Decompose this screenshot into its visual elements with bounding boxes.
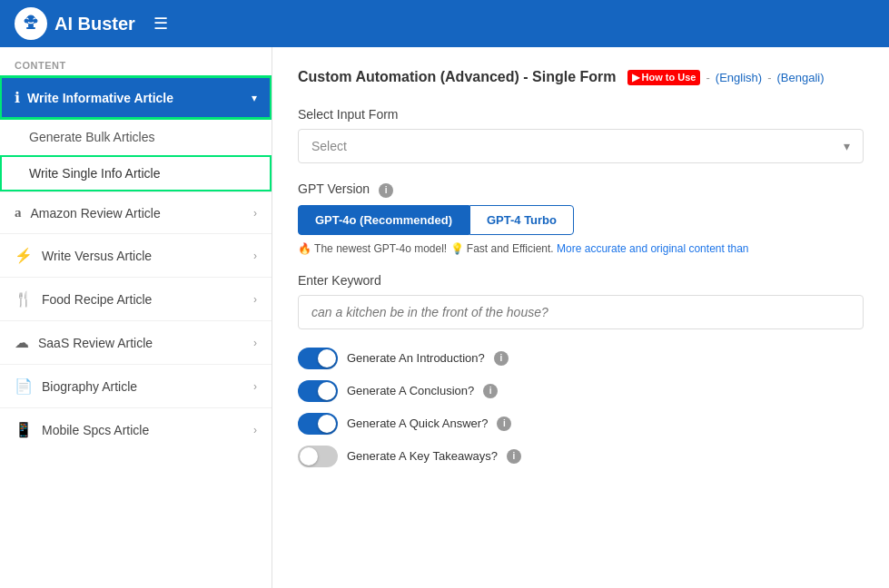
chevron-right-icon: ›	[253, 424, 257, 436]
sidebar-item-versus[interactable]: ⚡ Write Versus Article ›	[0, 233, 272, 277]
youtube-badge[interactable]: ▶ How to Use	[627, 70, 701, 85]
gpt4-turbo-button[interactable]: GPT-4 Turbo	[469, 205, 574, 235]
toggle-conclusion: Generate A Conclusion? i	[298, 380, 864, 402]
page-header: Custom Automation (Advanced) - Single Fo…	[298, 69, 864, 85]
sidebar-item-amazon[interactable]: a Amazon Review Article ›	[0, 191, 272, 233]
sidebar-item-mobile[interactable]: 📱 Mobile Spcs Article ›	[0, 407, 272, 451]
sidebar-item-label: Write Informative Article	[27, 91, 244, 105]
sidebar-item-write-informative[interactable]: ℹ Write Informative Article ▾	[0, 76, 272, 119]
logo-icon	[15, 7, 47, 40]
menu-icon[interactable]: ☰	[153, 14, 168, 34]
gpt-info-content: 🔥 The newest GPT-4o model! 💡 Fast and Ef…	[298, 242, 749, 255]
sidebar-item-label: Biography Article	[42, 379, 244, 394]
select-placeholder: Select	[311, 139, 347, 153]
app-header: AI Buster ☰	[0, 0, 889, 47]
info-icon-sidebar: ℹ	[15, 89, 20, 106]
sidebar-item-label: Food Recipe Article	[42, 292, 244, 307]
document-icon: 📄	[15, 377, 33, 395]
how-to-use-section: ▶ How to Use - (English) - (Bengali)	[627, 70, 825, 85]
sidebar-subitem-single[interactable]: Write Single Info Article	[0, 155, 272, 191]
toggle-introduction: Generate An Introduction? i	[298, 348, 864, 369]
toggle-conclusion-label: Generate A Conclusion?	[347, 384, 474, 397]
page-title: Custom Automation (Advanced) - Single Fo…	[298, 69, 617, 85]
sidebar-item-label: Mobile Spcs Article	[42, 423, 244, 437]
toggle-quick-answer: Generate A Quick Answer? i	[298, 413, 864, 435]
chevron-right-icon: ›	[253, 250, 257, 262]
gpt-info-icon[interactable]: i	[379, 183, 393, 198]
toggle-conclusion-info-icon[interactable]: i	[483, 384, 498, 398]
toggle-conclusion-switch[interactable]	[298, 380, 338, 402]
sidebar: CONTENT ℹ Write Informative Article ▾ Ge…	[0, 47, 272, 588]
toggle-quick-answer-label: Generate A Quick Answer?	[347, 416, 488, 430]
toggles-section: Generate An Introduction? i Generate A C…	[298, 348, 864, 467]
keyword-input[interactable]	[298, 295, 864, 329]
svg-rect-4	[26, 27, 35, 29]
sidebar-section-label: CONTENT	[0, 47, 272, 76]
toggle-knob	[318, 415, 336, 433]
keyword-label: Enter Keyword	[298, 273, 864, 288]
sidebar-item-label: Write Versus Article	[42, 249, 244, 263]
select-input-dropdown[interactable]: Select ▾	[298, 129, 864, 163]
subitem-label: Generate Bulk Articles	[29, 130, 155, 144]
svg-rect-3	[28, 24, 34, 27]
sidebar-item-saas[interactable]: ☁ SaaS Review Article ›	[0, 320, 272, 364]
sidebar-item-biography[interactable]: 📄 Biography Article ›	[0, 364, 272, 407]
chevron-right-icon: ›	[253, 380, 257, 393]
svg-point-5	[25, 19, 28, 23]
select-chevron-icon: ▾	[844, 139, 850, 153]
subitem-label: Write Single Info Article	[29, 166, 160, 181]
toggle-quick-answer-info-icon[interactable]: i	[497, 416, 511, 431]
versus-icon: ⚡	[15, 247, 33, 264]
toggle-knob	[318, 349, 336, 368]
separator: -	[767, 71, 771, 84]
app-title: AI Buster	[54, 14, 135, 34]
gpt-buttons: GPT-4o (Recommended) GPT-4 Turbo	[298, 205, 864, 235]
toggle-knob	[300, 447, 318, 466]
toggle-introduction-label: Generate An Introduction?	[347, 351, 485, 365]
chevron-right-icon: ›	[253, 337, 257, 349]
sidebar-item-label: Amazon Review Article	[31, 206, 245, 220]
sidebar-item-food[interactable]: 🍴 Food Recipe Article ›	[0, 277, 272, 320]
gpt4o-button[interactable]: GPT-4o (Recommended)	[298, 205, 469, 235]
toggle-introduction-switch[interactable]	[298, 348, 338, 369]
select-input-label: Select Input Form	[298, 107, 864, 122]
sidebar-subitem-bulk[interactable]: Generate Bulk Articles	[0, 119, 272, 155]
mobile-icon: 📱	[15, 421, 33, 438]
bengali-link[interactable]: (Bengali)	[776, 71, 824, 84]
chevron-right-icon: ›	[253, 293, 257, 306]
chevron-right-icon: ›	[253, 207, 257, 220]
amazon-icon: a	[15, 205, 22, 220]
toggle-key-takeaways-label: Generate A Key Takeaways?	[347, 449, 498, 463]
main-content: Custom Automation (Advanced) - Single Fo…	[272, 47, 889, 588]
food-icon: 🍴	[15, 290, 33, 308]
toggle-key-takeaways-info-icon[interactable]: i	[507, 449, 521, 464]
sidebar-item-label: SaaS Review Article	[38, 336, 244, 350]
toggle-introduction-info-icon[interactable]: i	[494, 351, 509, 366]
toggle-key-takeaways: Generate A Key Takeaways? i	[298, 446, 864, 467]
toggle-knob	[318, 382, 336, 400]
chevron-down-icon: ▾	[252, 92, 257, 104]
keyword-section: Enter Keyword	[298, 273, 864, 329]
logo: AI Buster	[15, 7, 135, 40]
toggle-key-takeaways-switch[interactable]	[298, 446, 338, 467]
toggle-quick-answer-switch[interactable]	[298, 413, 338, 435]
svg-point-6	[34, 19, 37, 23]
select-input-section: Select Input Form Select ▾	[298, 107, 864, 163]
english-link[interactable]: (English)	[716, 71, 762, 84]
gpt-version-label: GPT Version i	[298, 181, 864, 198]
separator: -	[706, 71, 709, 84]
gpt-version-section: GPT Version i GPT-4o (Recommended) GPT-4…	[298, 181, 864, 255]
gpt-info-text: 🔥 The newest GPT-4o model! 💡 Fast and Ef…	[298, 242, 864, 255]
cloud-icon: ☁	[15, 334, 29, 351]
